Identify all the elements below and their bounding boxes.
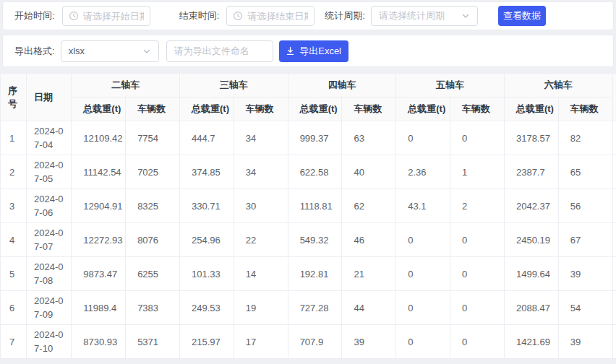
row-value-cell: 65 [558,155,612,189]
row-extra-cell [612,189,616,223]
row-value-cell: 192.81 [288,257,342,291]
row-value-cell: 40 [342,155,396,189]
row-index-cell: 5 [1,257,27,291]
view-data-button-label: 查看数据 [503,9,541,22]
col-header-index: 序号 [1,74,27,121]
row-date-cell: 2024-07-07 [27,223,72,257]
col-subheader-count: 车辆数 [234,98,288,121]
clock-icon [69,11,79,21]
col-group-6-axle: 六轴车 [504,74,612,98]
row-value-cell: 0 [396,121,450,155]
row-value-cell: 82 [558,121,612,155]
row-value-cell: 215.97 [179,325,234,359]
col-subheader-load: 总载重(t) [179,98,234,121]
row-value-cell: 2.36 [396,155,450,189]
data-table-scroll-area[interactable]: 序号 日期 二轴车 三轴车 四轴车 五轴车 六轴车 总载重(t) 车辆数 总载重… [0,73,616,359]
col-header-extra [612,74,616,121]
row-date-cell: 2024-07-06 [27,189,72,223]
table-subheader-row: 总载重(t) 车辆数 总载重(t) 车辆数 总载重(t) 车辆数 总载重(t) … [1,98,616,121]
row-value-cell: 8076 [126,223,180,257]
row-value-cell: 12109.42 [72,121,126,155]
period-select[interactable]: 请选择统计周期 [371,6,478,26]
data-table: 序号 日期 二轴车 三轴车 四轴车 五轴车 六轴车 总载重(t) 车辆数 总载重… [0,73,616,359]
row-date-cell: 2024-07-05 [27,155,72,189]
row-index-cell: 1 [1,121,27,155]
row-value-cell: 19 [234,291,288,325]
col-subheader-count: 车辆数 [558,98,612,121]
table-row: 22024-07-0511142.547025374.8534622.58402… [1,155,616,189]
row-value-cell: 44 [342,291,396,325]
row-value-cell: 727.28 [288,291,342,325]
row-value-cell: 22 [234,223,288,257]
start-date-input[interactable] [62,6,150,26]
download-icon [286,46,295,56]
col-group-4-axle: 四轴车 [288,74,396,98]
col-subheader-count: 车辆数 [450,98,505,121]
col-subheader-load: 总载重(t) [288,98,342,121]
export-format-select[interactable]: xlsx [61,40,159,62]
row-value-cell: 21 [342,257,396,291]
row-value-cell: 2387.7 [504,155,558,189]
row-value-cell: 444.7 [179,121,234,155]
row-value-cell: 67 [558,223,612,257]
row-value-cell: 330.71 [179,189,234,223]
export-format-label: 导出格式: [14,45,55,58]
row-value-cell: 101.33 [179,257,234,291]
row-value-cell: 56 [558,189,612,223]
export-filename-input[interactable] [166,40,273,62]
row-value-cell: 2 [450,189,505,223]
row-value-cell: 5371 [126,325,180,359]
row-value-cell: 8730.93 [72,325,126,359]
table-header-group-row: 序号 日期 二轴车 三轴车 四轴车 五轴车 六轴车 [1,74,616,98]
row-value-cell: 11142.54 [72,155,126,189]
row-value-cell: 12272.93 [72,223,126,257]
row-value-cell: 7754 [126,121,180,155]
export-toolbar: 导出格式: xlsx 导出Excel [2,35,614,67]
row-value-cell: 1499.64 [504,257,558,291]
row-value-cell: 12904.91 [72,189,126,223]
row-value-cell: 2042.37 [504,189,558,223]
row-value-cell: 30 [234,189,288,223]
row-value-cell: 11989.4 [72,291,126,325]
end-date-input[interactable] [226,6,315,26]
row-value-cell: 39 [558,325,612,359]
page: 开始时间: 结束时间: 统计周期: 请选择统计周期 查看数据 导出格式: [0,1,616,359]
export-excel-button-label: 导出Excel [299,45,341,58]
row-index-cell: 7 [1,325,27,359]
row-value-cell: 622.58 [288,155,342,189]
col-subheader-count: 车辆数 [342,98,396,121]
row-date-cell: 2024-07-08 [27,257,72,291]
row-extra-cell [612,257,616,291]
row-value-cell: 14 [234,257,288,291]
view-data-button[interactable]: 查看数据 [498,6,546,26]
row-date-cell: 2024-07-10 [27,325,72,359]
start-date-field[interactable] [83,11,144,22]
end-date-field[interactable] [247,11,308,22]
row-value-cell: 0 [450,291,505,325]
row-value-cell: 0 [396,291,450,325]
row-value-cell: 0 [396,325,450,359]
row-value-cell: 54 [558,291,612,325]
row-value-cell: 707.9 [288,325,342,359]
row-value-cell: 34 [234,155,288,189]
filter-toolbar: 开始时间: 结束时间: 统计周期: 请选择统计周期 查看数据 [2,1,614,30]
row-value-cell: 249.53 [179,291,234,325]
row-value-cell: 1 [450,155,505,189]
col-group-5-axle: 五轴车 [396,74,505,98]
row-value-cell: 63 [342,121,396,155]
export-filename-field[interactable] [174,46,265,56]
table-row: 32024-07-0612904.918325330.71301118.8162… [1,189,616,223]
table-row: 52024-07-089873.476255101.3314192.812100… [1,257,616,291]
table-row: 12024-07-0412109.427754444.734999.376300… [1,121,616,155]
period-select-placeholder: 请选择统计周期 [379,9,445,22]
row-index-cell: 4 [1,223,27,257]
row-value-cell: 0 [450,223,505,257]
row-value-cell: 549.32 [288,223,342,257]
row-value-cell: 8325 [126,189,180,223]
chevron-down-icon [142,47,151,56]
row-value-cell: 2088.47 [504,291,558,325]
start-time-label: 开始时间: [14,9,55,22]
row-value-cell: 39 [342,325,396,359]
row-value-cell: 39 [558,257,612,291]
export-excel-button[interactable]: 导出Excel [279,40,348,62]
